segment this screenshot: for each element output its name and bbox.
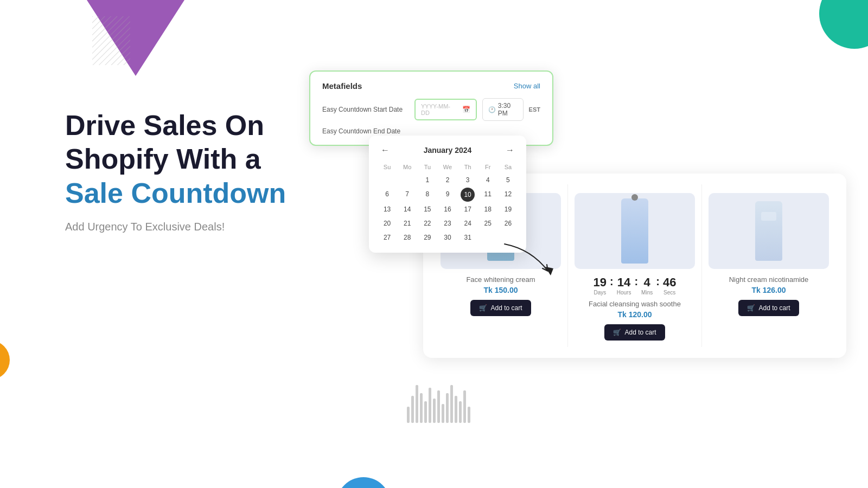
countdown-sep-1: : <box>609 275 615 288</box>
cal-day[interactable]: 21 <box>398 217 417 230</box>
add-to-cart-cleansing[interactable]: 🛒 Add to cart <box>604 324 665 341</box>
product-price-night: Tk 126.00 <box>751 286 786 294</box>
cal-header-th: Th <box>458 163 477 172</box>
hours-label: Hours <box>617 290 631 296</box>
night-cream-image <box>755 201 782 261</box>
cal-day <box>378 174 397 187</box>
cal-day[interactable]: 25 <box>478 217 497 230</box>
cal-day[interactable]: 9 <box>438 188 457 202</box>
cal-day[interactable]: 24 <box>458 217 477 230</box>
cal-header-mo: Mo <box>398 163 417 172</box>
cal-day[interactable]: 13 <box>378 203 397 216</box>
countdown-sep-2: : <box>633 275 639 288</box>
product-price-cleansing: Tk 120.00 <box>617 310 652 319</box>
cal-day[interactable]: 5 <box>499 174 518 187</box>
svg-rect-1 <box>92 16 130 65</box>
secs-label: Secs <box>663 290 676 296</box>
cal-day[interactable]: 29 <box>418 231 437 244</box>
cal-next-button[interactable]: → <box>502 144 518 156</box>
calendar-card: ← January 2024 → Su Mo Tu We Th Fr Sa 1 … <box>369 136 526 253</box>
cal-day[interactable]: 7 <box>398 188 417 202</box>
cal-day[interactable]: 19 <box>499 203 518 216</box>
product-image-cleansing <box>575 193 695 269</box>
cal-day[interactable]: 11 <box>478 188 497 202</box>
product-price-whitening: Tk 150.00 <box>483 286 518 294</box>
cal-header-fr: Fr <box>478 163 497 172</box>
mins-value: 4 <box>641 275 653 290</box>
add-to-cart-whitening[interactable]: 🛒 Add to cart <box>470 300 531 316</box>
countdown-sep-3: : <box>655 275 661 288</box>
cal-day[interactable]: 30 <box>438 231 457 244</box>
cal-day[interactable]: 17 <box>458 203 477 216</box>
blue-semicircle-decoration <box>336 477 391 488</box>
cal-day[interactable]: 22 <box>418 217 437 230</box>
hatching-decoration <box>92 16 130 65</box>
cart-icon: 🛒 <box>479 304 487 312</box>
svg-marker-2 <box>545 267 553 275</box>
add-to-cart-night[interactable]: 🛒 Add to cart <box>738 300 799 316</box>
cart-icon-3: 🛒 <box>747 304 755 312</box>
cal-day[interactable]: 31 <box>458 231 477 244</box>
arrow-decoration <box>499 239 564 282</box>
orange-semicircle-decoration <box>0 341 10 380</box>
cal-day[interactable]: 3 <box>458 174 477 187</box>
metafields-title: Metafields <box>322 81 362 91</box>
ui-panel-area: Metafields Show all Easy Countdown Start… <box>304 70 846 342</box>
hero-line1: Drive Sales On <box>65 110 264 141</box>
product-name-cleansing: Facial cleansing wash soothe <box>589 300 681 308</box>
cal-day[interactable]: 26 <box>499 217 518 230</box>
cal-header-tu: Tu <box>418 163 437 172</box>
time-value: 3:30 PM <box>498 102 518 117</box>
cal-day[interactable]: 4 <box>478 174 497 187</box>
cal-day[interactable]: 23 <box>438 217 457 230</box>
cal-day-today[interactable]: 10 <box>461 188 475 202</box>
cal-month-label: January 2024 <box>424 146 472 155</box>
hero-section: Drive Sales On Shopify With a Sale Count… <box>65 108 286 233</box>
cal-day[interactable]: 18 <box>478 203 497 216</box>
cal-day[interactable]: 8 <box>418 188 437 202</box>
cal-day[interactable]: 1 <box>418 174 437 187</box>
cal-day[interactable]: 16 <box>438 203 457 216</box>
cal-day[interactable]: 15 <box>418 203 437 216</box>
days-value: 19 <box>593 275 607 290</box>
cleansing-wash-image <box>621 198 648 264</box>
cart-icon-2: 🛒 <box>613 329 621 336</box>
cal-day[interactable]: 20 <box>378 217 397 230</box>
cal-day[interactable]: 6 <box>378 188 397 202</box>
cal-header-we: We <box>438 163 457 172</box>
timezone-badge: EST <box>529 106 540 113</box>
add-to-cart-label-2: Add to cart <box>624 329 656 336</box>
cal-header-sa: Sa <box>499 163 518 172</box>
metafields-card: Metafields Show all Easy Countdown Start… <box>309 70 553 146</box>
countdown-hours: 14 Hours <box>617 275 631 296</box>
start-date-row: Easy Countdown Start Date YYYY-MM-DD 📅 🕐… <box>322 98 540 121</box>
countdown-timer: 19 Days : 14 Hours : 4 Mins : 46 <box>593 275 676 296</box>
cal-day[interactable]: 2 <box>438 174 457 187</box>
cal-header-su: Su <box>378 163 397 172</box>
product-image-night <box>709 193 829 269</box>
cal-day[interactable]: 28 <box>398 231 417 244</box>
cal-day[interactable]: 14 <box>398 203 417 216</box>
date-placeholder-text: YYYY-MM-DD <box>421 103 459 116</box>
calendar-grid: Su Mo Tu We Th Fr Sa 1 2 3 4 5 6 7 8 9 1… <box>378 163 518 244</box>
show-all-link[interactable]: Show all <box>514 82 540 90</box>
time-input[interactable]: 🕐 3:30 PM <box>482 98 524 121</box>
hero-line2: Shopify With a <box>65 143 261 175</box>
product-name-night: Night cream nicotinamide <box>729 275 809 284</box>
hours-value: 14 <box>617 275 631 290</box>
product-card-night: Night cream nicotinamide Tk 126.00 🛒 Add… <box>702 184 835 347</box>
green-circle-decoration <box>819 0 868 49</box>
start-date-input[interactable]: YYYY-MM-DD 📅 <box>414 99 477 120</box>
cal-day[interactable]: 12 <box>499 188 518 202</box>
product-card-cleansing: 19 Days : 14 Hours : 4 Mins : 46 <box>568 184 702 347</box>
cal-day[interactable]: 27 <box>378 231 397 244</box>
barcode-decoration <box>407 380 470 423</box>
cal-day <box>398 174 417 187</box>
end-date-label: Easy Countdown End Date <box>322 127 409 135</box>
add-to-cart-label-3: Add to cart <box>758 304 790 312</box>
end-date-row: Easy Countdown End Date <box>322 127 540 135</box>
cal-prev-button[interactable]: ← <box>378 144 393 156</box>
hero-subtitle: Add Urgency To Exclusive Deals! <box>65 221 286 233</box>
countdown-mins: 4 Mins <box>641 275 653 296</box>
days-label: Days <box>593 290 607 296</box>
